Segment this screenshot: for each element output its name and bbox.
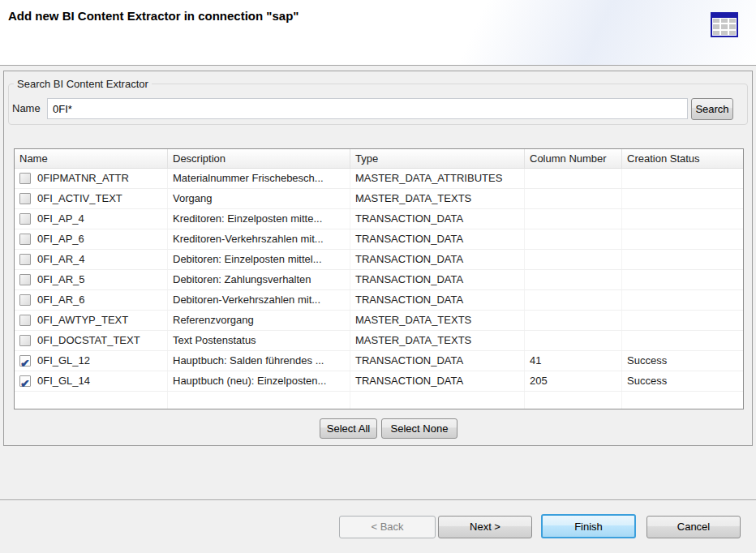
- search-group-label: Search BI Content Extractor: [14, 78, 152, 90]
- row-description: Materialnummer Frischebesch...: [168, 169, 350, 188]
- row-column-number: [525, 189, 622, 208]
- row-name: 0FI_AR_5: [37, 270, 85, 289]
- row-name: 0FI_GL_12: [37, 351, 90, 371]
- row-column-number: [525, 250, 622, 269]
- content-panel: Search BI Content Extractor Name Search …: [3, 71, 753, 446]
- extractor-table: Name Description Type Column Number Crea…: [14, 148, 744, 409]
- table-row[interactable]: 0FI_AP_4 Kreditoren: Einzelposten mitte.…: [15, 209, 743, 229]
- row-creation-status: Success: [622, 371, 744, 391]
- column-header-name[interactable]: Name: [15, 149, 168, 168]
- table-row[interactable]: 0FI_AR_4 Debitoren: Einzelposten mittel.…: [15, 250, 743, 270]
- row-type: TRANSACTION_DATA: [350, 250, 525, 269]
- column-header-type[interactable]: Type: [350, 149, 525, 168]
- row-creation-status: Success: [622, 351, 744, 371]
- next-button[interactable]: Next >: [438, 516, 532, 538]
- row-name-cell: 0FI_GL_14: [15, 371, 168, 391]
- table-body: 0FIPMATNR_ATTR Materialnummer Frischebes…: [15, 169, 743, 392]
- row-checkbox[interactable]: [19, 375, 31, 387]
- page-title: Add new BI Content Extractor in connecti…: [8, 9, 299, 23]
- row-creation-status: [622, 311, 744, 330]
- row-name-cell: 0FIPMATNR_ATTR: [15, 169, 168, 188]
- name-input[interactable]: [47, 98, 688, 119]
- table-row[interactable]: 0FI_ACTIV_TEXT Vorgang MASTER_DATA_TEXTS: [15, 189, 743, 209]
- table-row[interactable]: 0FI_GL_12 Hauptbuch: Salden führendes ..…: [15, 351, 743, 371]
- row-description: Kreditoren-Verkehrszahlen mit...: [168, 229, 350, 249]
- row-creation-status: [622, 169, 744, 188]
- wizard-header: Add new BI Content Extractor in connecti…: [0, 0, 756, 66]
- row-name: 0FI_DOCSTAT_TEXT: [37, 331, 140, 350]
- row-name: 0FI_AP_6: [37, 229, 84, 249]
- finish-button[interactable]: Finish: [541, 514, 636, 538]
- row-description: Hauptbuch: Salden führendes ...: [168, 351, 350, 371]
- row-creation-status: [622, 331, 744, 350]
- row-description: Debitoren: Zahlungsverhalten: [168, 270, 350, 289]
- row-column-number: [525, 229, 622, 249]
- row-type: TRANSACTION_DATA: [350, 290, 525, 310]
- row-name-cell: 0FI_AP_6: [15, 229, 168, 249]
- row-description: Debitoren-Verkehrszahlen mit...: [168, 290, 350, 310]
- row-checkbox[interactable]: [19, 355, 31, 367]
- row-creation-status: [622, 290, 744, 310]
- row-name: 0FI_ACTIV_TEXT: [37, 189, 122, 208]
- row-name: 0FI_AP_4: [37, 209, 84, 229]
- row-name: 0FI_AR_6: [37, 290, 85, 310]
- row-name: 0FI_AR_4: [37, 250, 85, 269]
- search-button[interactable]: Search: [691, 98, 733, 120]
- row-type: MASTER_DATA_TEXTS: [350, 189, 525, 208]
- row-checkbox[interactable]: [19, 315, 31, 326]
- row-column-number: [525, 331, 622, 350]
- row-checkbox[interactable]: [19, 254, 31, 265]
- column-header-column-number[interactable]: Column Number: [525, 149, 622, 168]
- table-empty-area: [15, 392, 743, 409]
- column-header-creation-status[interactable]: Creation Status: [622, 149, 744, 168]
- back-button: < Back: [339, 516, 436, 538]
- row-name-cell: 0FI_AP_4: [15, 209, 168, 229]
- cancel-button[interactable]: Cancel: [646, 516, 741, 538]
- table-row[interactable]: 0FI_AR_6 Debitoren-Verkehrszahlen mit...…: [15, 290, 743, 311]
- row-description: Vorgang: [168, 189, 350, 208]
- table-header-row: Name Description Type Column Number Crea…: [15, 149, 743, 169]
- row-name-cell: 0FI_ACTIV_TEXT: [15, 189, 168, 208]
- select-none-button[interactable]: Select None: [381, 418, 457, 439]
- row-name-cell: 0FI_AR_4: [15, 250, 168, 269]
- row-name-cell: 0FI_AWTYP_TEXT: [15, 311, 168, 330]
- row-column-number: [525, 209, 622, 229]
- row-column-number: [525, 311, 622, 330]
- row-checkbox[interactable]: [19, 274, 31, 285]
- table-row[interactable]: 0FI_AP_6 Kreditoren-Verkehrszahlen mit..…: [15, 229, 743, 250]
- row-checkbox[interactable]: [19, 234, 31, 245]
- row-column-number: [525, 270, 622, 289]
- table-row[interactable]: 0FI_AWTYP_TEXT Referenzvorgang MASTER_DA…: [15, 311, 743, 331]
- row-checkbox[interactable]: [19, 193, 31, 204]
- row-checkbox[interactable]: [19, 173, 31, 184]
- row-name: 0FI_AWTYP_TEXT: [37, 311, 128, 330]
- column-header-description[interactable]: Description: [168, 149, 350, 168]
- row-type: MASTER_DATA_ATTRIBUTES: [350, 169, 525, 188]
- row-type: TRANSACTION_DATA: [350, 229, 525, 249]
- select-all-button[interactable]: Select All: [320, 418, 377, 439]
- row-type: MASTER_DATA_TEXTS: [350, 311, 525, 330]
- row-description: Referenzvorgang: [168, 311, 350, 330]
- row-creation-status: [622, 209, 744, 229]
- row-name-cell: 0FI_AR_6: [15, 290, 168, 310]
- row-creation-status: [622, 229, 744, 249]
- row-column-number: 41: [525, 351, 622, 371]
- row-column-number: [525, 169, 622, 188]
- row-description: Hauptbuch (neu): Einzelposten...: [168, 371, 350, 391]
- row-checkbox[interactable]: [19, 335, 31, 346]
- table-row[interactable]: 0FI_DOCSTAT_TEXT Text Postenstatus MASTE…: [15, 331, 743, 351]
- row-description: Text Postenstatus: [168, 331, 350, 350]
- row-checkbox[interactable]: [19, 213, 31, 225]
- table-row[interactable]: 0FIPMATNR_ATTR Materialnummer Frischebes…: [15, 169, 743, 189]
- row-checkbox[interactable]: [19, 294, 31, 306]
- row-description: Kreditoren: Einzelposten mitte...: [168, 209, 350, 229]
- table-row[interactable]: 0FI_GL_14 Hauptbuch (neu): Einzelposten.…: [15, 371, 743, 392]
- row-name: 0FI_GL_14: [37, 371, 90, 391]
- table-row[interactable]: 0FI_AR_5 Debitoren: Zahlungsverhalten TR…: [15, 270, 743, 290]
- name-label: Name: [12, 102, 41, 114]
- table-grid-icon: [711, 12, 738, 37]
- row-column-number: [525, 290, 622, 310]
- row-type: TRANSACTION_DATA: [350, 351, 525, 371]
- row-name-cell: 0FI_GL_12: [15, 351, 168, 371]
- row-type: TRANSACTION_DATA: [350, 371, 525, 391]
